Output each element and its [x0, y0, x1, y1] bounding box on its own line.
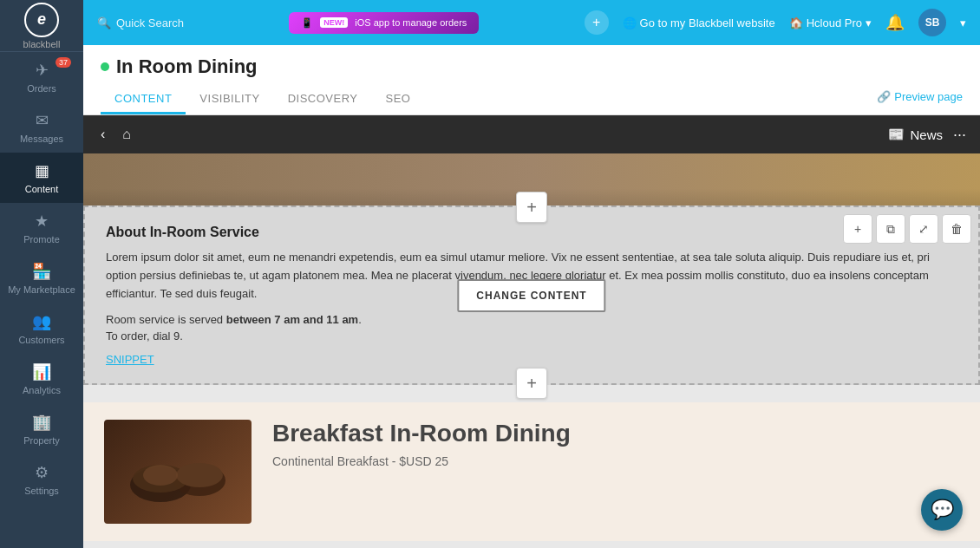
- search-box[interactable]: 🔍 Quick Search: [97, 16, 184, 29]
- add-button[interactable]: +: [585, 10, 609, 35]
- customers-icon: 👥: [32, 312, 51, 331]
- bottom-subtitle: Continental Breakfast - $USD 25: [272, 454, 959, 468]
- sidebar-item-label: Settings: [24, 486, 59, 496]
- orders-badge: 37: [56, 57, 71, 68]
- hcloud-icon: 🏠: [789, 16, 803, 29]
- content-toolbar: ‹ ⌂ 📰 News ···: [83, 115, 980, 153]
- notifications-button[interactable]: 🔔: [885, 13, 905, 32]
- back-button[interactable]: ‹: [97, 123, 108, 146]
- sidebar-item-marketplace[interactable]: 🏪 My Marketplace: [0, 253, 83, 303]
- topbar-right: + 🌐 Go to my Blackbell website 🏠 Hcloud …: [585, 9, 966, 36]
- block-actions: + ⧉ ⤢ 🗑: [843, 214, 971, 244]
- snippet-link[interactable]: SNIPPET: [106, 353, 154, 366]
- sidebar-item-label: Promote: [23, 234, 60, 245]
- main-area: 🔍 Quick Search 📱 NEW! iOS app to manage …: [83, 0, 980, 548]
- orders-icon: ✈: [36, 61, 49, 80]
- sidebar-item-analytics[interactable]: 📊 Analytics: [0, 354, 83, 404]
- hcloud-link[interactable]: 🏠 Hcloud Pro ▾: [789, 16, 872, 29]
- sidebar-item-label: My Marketplace: [8, 284, 75, 295]
- news-section: 📰 News: [888, 127, 943, 142]
- home-button[interactable]: ⌂: [119, 123, 134, 146]
- page-title: In Room Dining: [116, 55, 258, 78]
- sidebar-item-settings[interactable]: ⚙ Settings: [0, 454, 83, 505]
- chevron-down-icon: ▾: [866, 16, 872, 29]
- bottom-content: Breakfast In-Room Dining Continental Bre…: [272, 420, 959, 524]
- logo-area: e blackbell: [0, 0, 83, 52]
- block-note-1: Room service is served between 7 am and …: [106, 313, 957, 326]
- content-area: ‹ ⌂ 📰 News ··· + + ⧉ ⤢ 🗑 About In-Room S…: [83, 115, 980, 548]
- settings-icon: ⚙: [35, 463, 49, 482]
- tab-visibility[interactable]: VISIBILITY: [186, 85, 273, 114]
- ios-promo-badge[interactable]: 📱 NEW! iOS app to manage orders: [289, 12, 479, 34]
- phone-icon: 📱: [301, 17, 313, 29]
- page-header: In Room Dining CONTENT VISIBILITY DISCOV…: [83, 45, 980, 115]
- website-link[interactable]: 🌐 Go to my Blackbell website: [623, 16, 775, 29]
- promote-icon: ★: [35, 212, 49, 231]
- globe-icon: 🌐: [623, 16, 637, 29]
- search-label: Quick Search: [116, 16, 184, 29]
- bottom-section: Breakfast In-Room Dining Continental Bre…: [83, 402, 980, 541]
- note-bold: between 7 am and 11 am: [226, 313, 358, 326]
- tab-seo[interactable]: SEO: [372, 85, 425, 114]
- breakfast-image: [104, 420, 252, 524]
- sidebar-item-label: Analytics: [23, 385, 61, 395]
- eye-icon: 🔗: [877, 90, 891, 103]
- content-block: + + ⧉ ⤢ 🗑 About In-Room Service Lorem ip…: [83, 206, 980, 385]
- sidebar-item-orders[interactable]: ✈ Orders 37: [0, 52, 83, 102]
- sidebar-item-promote[interactable]: ★ Promote: [0, 203, 83, 253]
- search-icon: 🔍: [97, 16, 111, 29]
- news-icon: 📰: [888, 127, 905, 142]
- avatar[interactable]: SB: [918, 9, 946, 36]
- change-content-button[interactable]: CHANGE CONTENT: [457, 279, 605, 312]
- tabs-row: CONTENT VISIBILITY DISCOVERY SEO 🔗 Previ…: [101, 85, 963, 114]
- sidebar-item-messages[interactable]: ✉ Messages: [0, 102, 83, 153]
- change-content-overlay: CHANGE CONTENT: [457, 279, 605, 312]
- marketplace-icon: 🏪: [32, 262, 51, 281]
- messages-icon: ✉: [36, 111, 49, 130]
- sidebar-item-property[interactable]: 🏢 Property: [0, 404, 83, 454]
- property-icon: 🏢: [32, 413, 51, 432]
- sidebar-item-customers[interactable]: 👥 Customers: [0, 303, 83, 354]
- page-title-row: In Room Dining: [101, 55, 963, 78]
- ios-badge-text: iOS app to manage orders: [355, 17, 467, 28]
- new-tag: NEW!: [320, 17, 348, 28]
- logo-icon: e: [24, 3, 59, 37]
- sidebar-item-content[interactable]: ▦ Content: [0, 153, 83, 203]
- note-text-1: Room service is served: [106, 313, 226, 326]
- note-text-2: .: [358, 313, 362, 326]
- website-label: Go to my Blackbell website: [640, 16, 775, 29]
- hcloud-label: Hcloud Pro: [807, 16, 862, 29]
- topbar-center: 📱 NEW! iOS app to manage orders: [194, 12, 574, 34]
- block-note-2: To order, dial 9.: [106, 329, 957, 342]
- svg-point-3: [176, 463, 223, 487]
- add-block-top-button[interactable]: +: [516, 192, 547, 223]
- topbar: 🔍 Quick Search 📱 NEW! iOS app to manage …: [83, 0, 980, 45]
- bottom-title: Breakfast In-Room Dining: [272, 420, 959, 447]
- preview-label: Preview page: [894, 90, 963, 103]
- add-element-button[interactable]: +: [843, 214, 872, 244]
- analytics-icon: 📊: [32, 362, 51, 382]
- delete-block-button[interactable]: 🗑: [942, 214, 971, 244]
- add-block-bottom-button[interactable]: +: [516, 368, 547, 399]
- sidebar-item-label: Content: [25, 184, 59, 194]
- expand-block-button[interactable]: ⤢: [909, 214, 938, 244]
- more-options-button[interactable]: ···: [953, 126, 966, 144]
- svg-point-4: [143, 465, 178, 486]
- sidebar-item-label: Messages: [20, 134, 63, 144]
- news-label: News: [910, 127, 943, 142]
- preview-page-link[interactable]: 🔗 Preview page: [877, 90, 963, 110]
- sidebar-item-label: Customers: [18, 335, 64, 345]
- status-dot: [101, 62, 109, 71]
- sidebar-item-label: Property: [23, 435, 60, 446]
- sidebar-item-label: Orders: [27, 83, 56, 94]
- tab-discovery[interactable]: DISCOVERY: [274, 85, 372, 114]
- copy-block-button[interactable]: ⧉: [876, 214, 905, 244]
- account-chevron-icon: ▾: [960, 16, 966, 29]
- brand-label: blackbell: [23, 39, 61, 49]
- content-icon: ▦: [35, 161, 49, 180]
- tab-content[interactable]: CONTENT: [101, 85, 186, 114]
- sidebar: e blackbell ✈ Orders 37 ✉ Messages ▦ Con…: [0, 0, 83, 548]
- chat-fab-button[interactable]: 💬: [921, 489, 963, 531]
- block-title: About In-Room Service: [106, 225, 957, 240]
